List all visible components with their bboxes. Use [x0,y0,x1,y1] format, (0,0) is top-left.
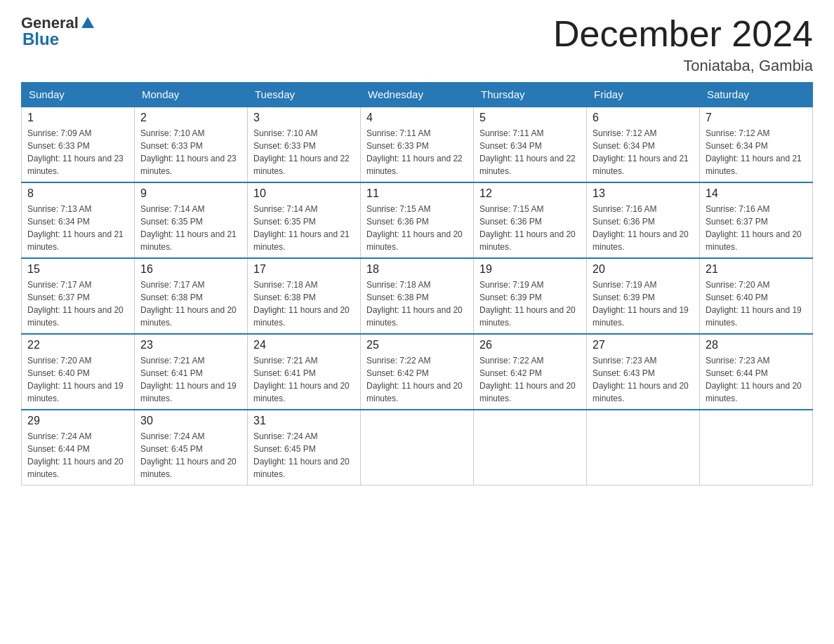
calendar-cell: 15Sunrise: 7:17 AMSunset: 6:37 PMDayligh… [22,258,135,334]
calendar-cell: 17Sunrise: 7:18 AMSunset: 6:38 PMDayligh… [248,258,361,334]
day-number: 21 [706,263,807,276]
calendar-cell: 1Sunrise: 7:09 AMSunset: 6:33 PMDaylight… [22,107,135,182]
day-info: Sunrise: 7:15 AMSunset: 6:36 PMDaylight:… [366,203,468,253]
col-header-wednesday: Wednesday [361,83,474,107]
calendar-table: SundayMondayTuesdayWednesdayThursdayFrid… [21,82,813,485]
day-info: Sunrise: 7:19 AMSunset: 6:39 PMDaylight:… [479,279,581,329]
day-info: Sunrise: 7:19 AMSunset: 6:39 PMDaylight:… [593,279,694,329]
day-number: 28 [706,339,807,351]
day-number: 22 [27,339,128,351]
day-number: 4 [366,112,468,124]
calendar-week-4: 22Sunrise: 7:20 AMSunset: 6:40 PMDayligh… [22,334,813,410]
calendar-cell: 7Sunrise: 7:12 AMSunset: 6:34 PMDaylight… [700,107,813,182]
col-header-sunday: Sunday [22,83,135,107]
day-number: 9 [140,187,241,200]
day-number: 30 [140,415,241,427]
calendar-cell: 25Sunrise: 7:22 AMSunset: 6:42 PMDayligh… [361,334,474,410]
calendar-cell: 5Sunrise: 7:11 AMSunset: 6:34 PMDaylight… [474,107,587,182]
day-info: Sunrise: 7:21 AMSunset: 6:41 PMDaylight:… [253,354,355,405]
calendar-cell: 29Sunrise: 7:24 AMSunset: 6:44 PMDayligh… [22,410,135,485]
day-info: Sunrise: 7:20 AMSunset: 6:40 PMDaylight:… [706,279,807,329]
title-section: December 2024 Toniataba, Gambia [553,14,813,75]
calendar-cell: 10Sunrise: 7:14 AMSunset: 6:35 PMDayligh… [248,182,361,258]
day-number: 26 [479,339,581,351]
svg-marker-0 [81,17,94,28]
day-info: Sunrise: 7:16 AMSunset: 6:37 PMDaylight:… [706,203,807,253]
calendar-cell: 26Sunrise: 7:22 AMSunset: 6:42 PMDayligh… [474,334,587,410]
calendar-cell: 2Sunrise: 7:10 AMSunset: 6:33 PMDaylight… [135,107,248,182]
day-number: 3 [253,112,355,124]
col-header-saturday: Saturday [700,83,813,107]
day-number: 6 [593,112,694,124]
day-number: 13 [593,187,694,200]
calendar-cell [474,410,587,485]
calendar-cell: 13Sunrise: 7:16 AMSunset: 6:36 PMDayligh… [587,182,700,258]
day-info: Sunrise: 7:10 AMSunset: 6:33 PMDaylight:… [253,127,355,177]
day-info: Sunrise: 7:24 AMSunset: 6:45 PMDaylight:… [140,430,241,481]
day-info: Sunrise: 7:24 AMSunset: 6:45 PMDaylight:… [253,430,355,481]
day-info: Sunrise: 7:16 AMSunset: 6:36 PMDaylight:… [593,203,694,253]
calendar-cell: 14Sunrise: 7:16 AMSunset: 6:37 PMDayligh… [700,182,813,258]
month-title: December 2024 [553,14,813,54]
calendar-cell: 3Sunrise: 7:10 AMSunset: 6:33 PMDaylight… [248,107,361,182]
day-info: Sunrise: 7:12 AMSunset: 6:34 PMDaylight:… [593,127,694,177]
day-info: Sunrise: 7:21 AMSunset: 6:41 PMDaylight:… [140,354,241,405]
day-info: Sunrise: 7:23 AMSunset: 6:44 PMDaylight:… [706,354,807,405]
calendar-cell: 6Sunrise: 7:12 AMSunset: 6:34 PMDaylight… [587,107,700,182]
calendar-cell: 19Sunrise: 7:19 AMSunset: 6:39 PMDayligh… [474,258,587,334]
day-info: Sunrise: 7:17 AMSunset: 6:37 PMDaylight:… [27,279,128,329]
calendar-cell [361,410,474,485]
day-number: 31 [253,415,355,427]
calendar-cell: 22Sunrise: 7:20 AMSunset: 6:40 PMDayligh… [22,334,135,410]
col-header-tuesday: Tuesday [248,83,361,107]
day-info: Sunrise: 7:14 AMSunset: 6:35 PMDaylight:… [140,203,241,253]
calendar-cell: 16Sunrise: 7:17 AMSunset: 6:38 PMDayligh… [135,258,248,334]
col-header-friday: Friday [587,83,700,107]
day-number: 10 [253,187,355,200]
day-info: Sunrise: 7:14 AMSunset: 6:35 PMDaylight:… [253,203,355,253]
calendar-week-2: 8Sunrise: 7:13 AMSunset: 6:34 PMDaylight… [22,182,813,258]
day-number: 7 [706,112,807,124]
day-number: 23 [140,339,241,351]
day-number: 18 [366,263,468,276]
calendar-week-1: 1Sunrise: 7:09 AMSunset: 6:33 PMDaylight… [22,107,813,182]
day-info: Sunrise: 7:20 AMSunset: 6:40 PMDaylight:… [27,354,128,405]
day-number: 14 [706,187,807,200]
calendar-cell: 20Sunrise: 7:19 AMSunset: 6:39 PMDayligh… [587,258,700,334]
calendar-cell: 4Sunrise: 7:11 AMSunset: 6:33 PMDaylight… [361,107,474,182]
day-info: Sunrise: 7:18 AMSunset: 6:38 PMDaylight:… [253,279,355,329]
calendar-header-row: SundayMondayTuesdayWednesdayThursdayFrid… [22,83,813,107]
day-info: Sunrise: 7:12 AMSunset: 6:34 PMDaylight:… [706,127,807,177]
day-number: 1 [27,112,128,124]
calendar-cell: 28Sunrise: 7:23 AMSunset: 6:44 PMDayligh… [700,334,813,410]
calendar-cell: 30Sunrise: 7:24 AMSunset: 6:45 PMDayligh… [135,410,248,485]
calendar-cell: 31Sunrise: 7:24 AMSunset: 6:45 PMDayligh… [248,410,361,485]
day-number: 19 [479,263,581,276]
day-number: 11 [366,187,468,200]
logo-blue-text: Blue [22,29,59,49]
calendar-cell: 24Sunrise: 7:21 AMSunset: 6:41 PMDayligh… [248,334,361,410]
calendar-cell: 27Sunrise: 7:23 AMSunset: 6:43 PMDayligh… [587,334,700,410]
day-info: Sunrise: 7:13 AMSunset: 6:34 PMDaylight:… [27,203,128,253]
day-info: Sunrise: 7:24 AMSunset: 6:44 PMDaylight:… [27,430,128,481]
calendar-cell: 9Sunrise: 7:14 AMSunset: 6:35 PMDaylight… [135,182,248,258]
col-header-thursday: Thursday [474,83,587,107]
calendar-cell: 11Sunrise: 7:15 AMSunset: 6:36 PMDayligh… [361,182,474,258]
day-info: Sunrise: 7:17 AMSunset: 6:38 PMDaylight:… [140,279,241,329]
calendar-cell: 18Sunrise: 7:18 AMSunset: 6:38 PMDayligh… [361,258,474,334]
day-info: Sunrise: 7:22 AMSunset: 6:42 PMDaylight:… [479,354,581,405]
day-number: 27 [593,339,694,351]
day-number: 29 [27,415,128,427]
day-info: Sunrise: 7:18 AMSunset: 6:38 PMDaylight:… [366,279,468,329]
calendar-week-5: 29Sunrise: 7:24 AMSunset: 6:44 PMDayligh… [22,410,813,485]
day-info: Sunrise: 7:11 AMSunset: 6:34 PMDaylight:… [479,127,581,177]
calendar-week-3: 15Sunrise: 7:17 AMSunset: 6:37 PMDayligh… [22,258,813,334]
day-number: 16 [140,263,241,276]
calendar-cell: 23Sunrise: 7:21 AMSunset: 6:41 PMDayligh… [135,334,248,410]
calendar-cell: 21Sunrise: 7:20 AMSunset: 6:40 PMDayligh… [700,258,813,334]
location-title: Toniataba, Gambia [553,57,813,75]
day-info: Sunrise: 7:10 AMSunset: 6:33 PMDaylight:… [140,127,241,177]
day-number: 24 [253,339,355,351]
calendar-cell: 12Sunrise: 7:15 AMSunset: 6:36 PMDayligh… [474,182,587,258]
day-number: 15 [27,263,128,276]
